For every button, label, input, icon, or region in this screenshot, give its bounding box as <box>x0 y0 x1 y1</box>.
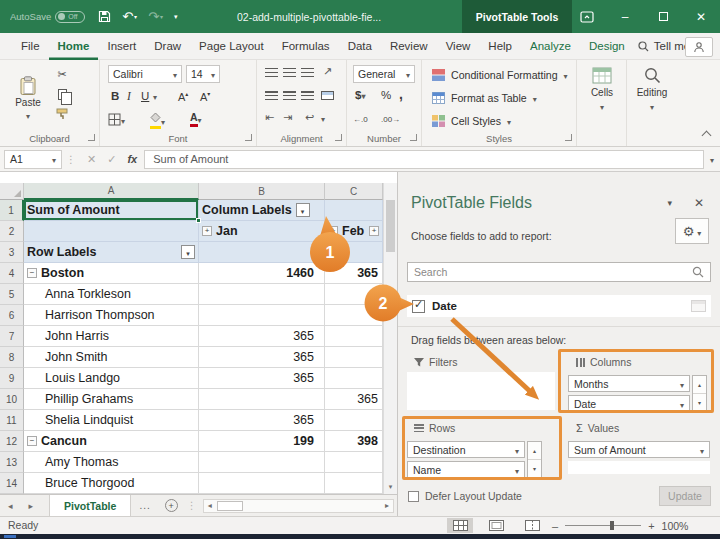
search-input[interactable]: Search <box>407 262 711 282</box>
italic-button[interactable]: I <box>127 90 131 102</box>
cancel-icon[interactable]: ✕ <box>87 153 96 166</box>
cell-C14[interactable] <box>325 473 383 494</box>
cell-C2[interactable]: +Feb+ <box>325 221 383 242</box>
paste-button[interactable]: Paste <box>8 65 48 131</box>
collapse-icon[interactable]: − <box>27 268 37 278</box>
number-dialog-launcher[interactable] <box>410 134 417 141</box>
font-dialog-launcher[interactable] <box>245 134 252 141</box>
sheet-nav-left-icon[interactable]: ◂ <box>0 501 21 511</box>
row-header-9[interactable]: 9 <box>0 368 24 389</box>
share-button[interactable] <box>685 37 713 57</box>
cell-B2[interactable]: +Jan <box>199 221 325 242</box>
fill-handle[interactable] <box>196 218 201 223</box>
zoom-slider-thumb[interactable] <box>610 521 614 530</box>
cell-C3[interactable] <box>325 242 383 263</box>
collapse-icon[interactable]: − <box>27 436 37 446</box>
cell-B4[interactable]: 1460 <box>199 263 325 284</box>
cell-C4[interactable]: 365 <box>325 263 383 284</box>
decrease-indent-icon[interactable]: ⇤ <box>265 111 274 124</box>
rows-field-destination[interactable]: Destination <box>407 441 525 458</box>
cell-B7[interactable]: 365 <box>199 326 325 347</box>
close-button[interactable]: ✕ <box>682 0 720 33</box>
row-header-6[interactable]: 6 <box>0 305 24 326</box>
scroll-right-icon[interactable]: ▸ <box>381 501 393 510</box>
cell-C13[interactable] <box>325 452 383 473</box>
row-header-2[interactable]: 2 <box>0 221 24 242</box>
horizontal-scrollbar[interactable]: ◂ ▸ <box>203 499 394 513</box>
name-box[interactable]: A1 <box>4 150 62 169</box>
row-header-14[interactable]: 14 <box>0 473 24 494</box>
page-layout-view-button[interactable] <box>483 518 509 533</box>
cell-B3[interactable] <box>199 242 325 263</box>
cell-B6[interactable] <box>199 305 325 326</box>
styles-button-format-as-table[interactable]: Format as Table <box>428 87 572 108</box>
fill-color-button[interactable] <box>150 113 165 129</box>
save-button[interactable] <box>98 10 111 23</box>
vertical-scroll-thumb[interactable] <box>386 200 395 252</box>
cell-C8[interactable] <box>325 347 383 368</box>
cell-C9[interactable] <box>325 368 383 389</box>
row-header-12[interactable]: 12 <box>0 431 24 452</box>
align-top-icon[interactable] <box>265 68 278 78</box>
font-color-button[interactable]: A <box>190 112 202 127</box>
cell-C1[interactable] <box>325 200 383 221</box>
orientation-icon[interactable]: ↗ <box>323 65 332 78</box>
update-button[interactable]: Update <box>659 486 711 506</box>
spin-down-icon[interactable]: ▾ <box>693 394 706 411</box>
row-header-13[interactable]: 13 <box>0 452 24 473</box>
expand-icon[interactable]: + <box>202 226 212 236</box>
font-size-select[interactable]: 14 <box>186 65 220 83</box>
select-all-corner[interactable] <box>0 183 24 200</box>
percent-button[interactable]: % <box>381 89 391 101</box>
row-header-5[interactable]: 5 <box>0 284 24 305</box>
cell-A12[interactable]: −Cancun <box>24 431 199 452</box>
cell-B11[interactable]: 365 <box>199 410 325 431</box>
cell-A1[interactable]: Sum of Amount <box>24 200 199 221</box>
font-name-select[interactable]: Calibri <box>108 65 182 83</box>
values-empty-slot[interactable] <box>568 461 710 474</box>
more-sheets-button[interactable]: ... <box>131 500 158 511</box>
cell-A14[interactable]: Bruce Thorgood <box>24 473 199 494</box>
expand-icon[interactable]: + <box>328 226 338 236</box>
rows-field-name[interactable]: Name <box>407 461 525 478</box>
tell-me-button[interactable]: Tell me <box>638 40 690 52</box>
ribbon-display-options-button[interactable] <box>568 0 606 33</box>
spin-up-icon[interactable]: ▴ <box>693 376 706 394</box>
cell-A10[interactable]: Phillip Grahams <box>24 389 199 410</box>
field-list-item-date[interactable]: Date <box>407 295 711 317</box>
cell-A4[interactable]: −Boston <box>24 263 199 284</box>
row-labels-filter-button[interactable] <box>181 245 195 259</box>
spin-down-icon[interactable]: ▾ <box>528 460 541 477</box>
currency-button[interactable]: $ <box>355 89 365 101</box>
insert-function-icon[interactable]: fx <box>127 153 137 165</box>
cell-C12[interactable]: 398 <box>325 431 383 452</box>
cell-A8[interactable]: John Smith <box>24 347 199 368</box>
zoom-slider[interactable] <box>565 525 641 526</box>
scroll-left-icon[interactable]: ◂ <box>204 501 216 510</box>
clipboard-dialog-launcher[interactable] <box>88 134 95 141</box>
tab-home[interactable]: Home <box>49 33 99 60</box>
row-header-7[interactable]: 7 <box>0 326 24 347</box>
scroll-down-icon[interactable]: ▾ <box>384 479 397 494</box>
cut-icon[interactable]: ✂ <box>57 68 66 81</box>
tab-data[interactable]: Data <box>339 33 381 60</box>
cell-B1[interactable]: Column Labels <box>199 200 325 221</box>
tab-file[interactable]: File <box>12 33 49 60</box>
wrap-text-icon[interactable]: ↩ <box>305 111 314 124</box>
tools-button[interactable]: ⚙ <box>675 218 709 244</box>
page-break-view-button[interactable] <box>519 518 545 533</box>
row-header-8[interactable]: 8 <box>0 347 24 368</box>
enter-icon[interactable]: ✓ <box>107 153 116 166</box>
column-header-c[interactable]: C <box>325 183 383 200</box>
borders-button[interactable] <box>108 113 125 126</box>
bold-button[interactable]: B <box>111 90 119 102</box>
tab-formulas[interactable]: Formulas <box>273 33 339 60</box>
cell-C10[interactable]: 365 <box>325 389 383 410</box>
copy-icon[interactable] <box>58 89 67 100</box>
filters-area-drop-zone[interactable] <box>407 372 555 410</box>
comma-button[interactable]: , <box>399 86 403 102</box>
collapse-ribbon-icon[interactable] <box>702 131 712 141</box>
horizontal-scroll-thumb[interactable] <box>217 501 243 511</box>
tab-design[interactable]: Design <box>580 33 634 60</box>
cell-A7[interactable]: John Harris <box>24 326 199 347</box>
